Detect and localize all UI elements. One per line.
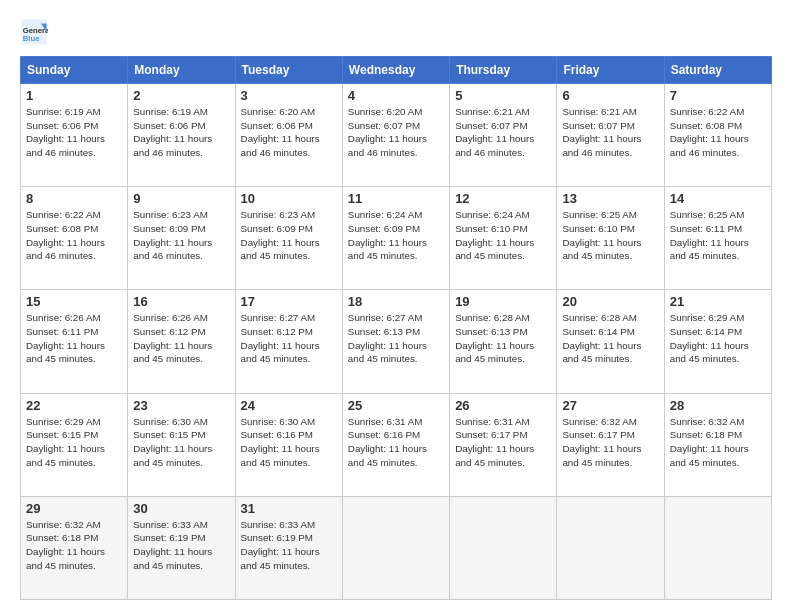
day-number: 24 [241,398,337,413]
day-info: Sunrise: 6:20 AM Sunset: 6:06 PM Dayligh… [241,105,337,160]
day-info: Sunrise: 6:32 AM Sunset: 6:17 PM Dayligh… [562,415,658,470]
calendar-header-cell: Friday [557,57,664,84]
calendar-header-cell: Tuesday [235,57,342,84]
calendar-cell: 28Sunrise: 6:32 AM Sunset: 6:18 PM Dayli… [664,393,771,496]
calendar-cell: 16Sunrise: 6:26 AM Sunset: 6:12 PM Dayli… [128,290,235,393]
calendar-cell: 11Sunrise: 6:24 AM Sunset: 6:09 PM Dayli… [342,187,449,290]
calendar-header-cell: Thursday [450,57,557,84]
day-number: 31 [241,501,337,516]
day-number: 17 [241,294,337,309]
calendar-cell: 15Sunrise: 6:26 AM Sunset: 6:11 PM Dayli… [21,290,128,393]
day-number: 23 [133,398,229,413]
day-number: 25 [348,398,444,413]
day-info: Sunrise: 6:21 AM Sunset: 6:07 PM Dayligh… [562,105,658,160]
calendar-cell: 7Sunrise: 6:22 AM Sunset: 6:08 PM Daylig… [664,84,771,187]
logo-icon: General Blue [20,18,48,46]
calendar-cell: 19Sunrise: 6:28 AM Sunset: 6:13 PM Dayli… [450,290,557,393]
day-info: Sunrise: 6:28 AM Sunset: 6:14 PM Dayligh… [562,311,658,366]
header: General Blue [20,18,772,46]
calendar-cell: 22Sunrise: 6:29 AM Sunset: 6:15 PM Dayli… [21,393,128,496]
day-number: 6 [562,88,658,103]
day-info: Sunrise: 6:22 AM Sunset: 6:08 PM Dayligh… [26,208,122,263]
calendar-cell: 25Sunrise: 6:31 AM Sunset: 6:16 PM Dayli… [342,393,449,496]
day-number: 27 [562,398,658,413]
calendar-cell: 21Sunrise: 6:29 AM Sunset: 6:14 PM Dayli… [664,290,771,393]
calendar-cell: 4Sunrise: 6:20 AM Sunset: 6:07 PM Daylig… [342,84,449,187]
calendar-cell: 26Sunrise: 6:31 AM Sunset: 6:17 PM Dayli… [450,393,557,496]
day-info: Sunrise: 6:24 AM Sunset: 6:09 PM Dayligh… [348,208,444,263]
calendar-cell: 27Sunrise: 6:32 AM Sunset: 6:17 PM Dayli… [557,393,664,496]
day-info: Sunrise: 6:32 AM Sunset: 6:18 PM Dayligh… [26,518,122,573]
calendar-table: SundayMondayTuesdayWednesdayThursdayFrid… [20,56,772,600]
day-info: Sunrise: 6:30 AM Sunset: 6:15 PM Dayligh… [133,415,229,470]
day-number: 11 [348,191,444,206]
day-info: Sunrise: 6:19 AM Sunset: 6:06 PM Dayligh… [26,105,122,160]
day-info: Sunrise: 6:21 AM Sunset: 6:07 PM Dayligh… [455,105,551,160]
day-info: Sunrise: 6:22 AM Sunset: 6:08 PM Dayligh… [670,105,766,160]
calendar-cell: 5Sunrise: 6:21 AM Sunset: 6:07 PM Daylig… [450,84,557,187]
day-info: Sunrise: 6:33 AM Sunset: 6:19 PM Dayligh… [133,518,229,573]
calendar-cell: 1Sunrise: 6:19 AM Sunset: 6:06 PM Daylig… [21,84,128,187]
calendar-header-row: SundayMondayTuesdayWednesdayThursdayFrid… [21,57,772,84]
day-info: Sunrise: 6:25 AM Sunset: 6:10 PM Dayligh… [562,208,658,263]
day-number: 2 [133,88,229,103]
calendar-cell: 2Sunrise: 6:19 AM Sunset: 6:06 PM Daylig… [128,84,235,187]
day-number: 4 [348,88,444,103]
calendar-header-cell: Monday [128,57,235,84]
calendar-cell: 6Sunrise: 6:21 AM Sunset: 6:07 PM Daylig… [557,84,664,187]
day-info: Sunrise: 6:20 AM Sunset: 6:07 PM Dayligh… [348,105,444,160]
day-info: Sunrise: 6:30 AM Sunset: 6:16 PM Dayligh… [241,415,337,470]
day-number: 20 [562,294,658,309]
day-number: 19 [455,294,551,309]
svg-text:Blue: Blue [23,34,40,43]
day-info: Sunrise: 6:33 AM Sunset: 6:19 PM Dayligh… [241,518,337,573]
day-info: Sunrise: 6:26 AM Sunset: 6:12 PM Dayligh… [133,311,229,366]
day-info: Sunrise: 6:26 AM Sunset: 6:11 PM Dayligh… [26,311,122,366]
day-info: Sunrise: 6:19 AM Sunset: 6:06 PM Dayligh… [133,105,229,160]
calendar-cell: 17Sunrise: 6:27 AM Sunset: 6:12 PM Dayli… [235,290,342,393]
day-info: Sunrise: 6:29 AM Sunset: 6:14 PM Dayligh… [670,311,766,366]
calendar-cell: 12Sunrise: 6:24 AM Sunset: 6:10 PM Dayli… [450,187,557,290]
day-number: 28 [670,398,766,413]
day-info: Sunrise: 6:29 AM Sunset: 6:15 PM Dayligh… [26,415,122,470]
day-info: Sunrise: 6:31 AM Sunset: 6:17 PM Dayligh… [455,415,551,470]
calendar-cell: 8Sunrise: 6:22 AM Sunset: 6:08 PM Daylig… [21,187,128,290]
day-info: Sunrise: 6:28 AM Sunset: 6:13 PM Dayligh… [455,311,551,366]
calendar-body: 1Sunrise: 6:19 AM Sunset: 6:06 PM Daylig… [21,84,772,600]
day-number: 29 [26,501,122,516]
calendar-cell: 3Sunrise: 6:20 AM Sunset: 6:06 PM Daylig… [235,84,342,187]
calendar-week-row: 15Sunrise: 6:26 AM Sunset: 6:11 PM Dayli… [21,290,772,393]
day-info: Sunrise: 6:23 AM Sunset: 6:09 PM Dayligh… [133,208,229,263]
day-number: 1 [26,88,122,103]
day-number: 12 [455,191,551,206]
calendar-cell [664,496,771,599]
day-info: Sunrise: 6:27 AM Sunset: 6:13 PM Dayligh… [348,311,444,366]
day-info: Sunrise: 6:27 AM Sunset: 6:12 PM Dayligh… [241,311,337,366]
calendar-cell: 23Sunrise: 6:30 AM Sunset: 6:15 PM Dayli… [128,393,235,496]
calendar-header-cell: Wednesday [342,57,449,84]
calendar-cell: 9Sunrise: 6:23 AM Sunset: 6:09 PM Daylig… [128,187,235,290]
day-number: 26 [455,398,551,413]
calendar-week-row: 8Sunrise: 6:22 AM Sunset: 6:08 PM Daylig… [21,187,772,290]
calendar-cell: 10Sunrise: 6:23 AM Sunset: 6:09 PM Dayli… [235,187,342,290]
calendar-week-row: 29Sunrise: 6:32 AM Sunset: 6:18 PM Dayli… [21,496,772,599]
logo: General Blue [20,18,52,46]
day-info: Sunrise: 6:31 AM Sunset: 6:16 PM Dayligh… [348,415,444,470]
calendar-cell: 24Sunrise: 6:30 AM Sunset: 6:16 PM Dayli… [235,393,342,496]
calendar-cell: 29Sunrise: 6:32 AM Sunset: 6:18 PM Dayli… [21,496,128,599]
calendar-cell: 14Sunrise: 6:25 AM Sunset: 6:11 PM Dayli… [664,187,771,290]
day-info: Sunrise: 6:24 AM Sunset: 6:10 PM Dayligh… [455,208,551,263]
day-number: 22 [26,398,122,413]
day-number: 15 [26,294,122,309]
calendar-cell: 31Sunrise: 6:33 AM Sunset: 6:19 PM Dayli… [235,496,342,599]
calendar-cell [342,496,449,599]
calendar-header-cell: Sunday [21,57,128,84]
calendar-week-row: 1Sunrise: 6:19 AM Sunset: 6:06 PM Daylig… [21,84,772,187]
day-number: 13 [562,191,658,206]
day-number: 14 [670,191,766,206]
day-number: 3 [241,88,337,103]
day-number: 7 [670,88,766,103]
day-number: 9 [133,191,229,206]
day-number: 30 [133,501,229,516]
day-number: 16 [133,294,229,309]
